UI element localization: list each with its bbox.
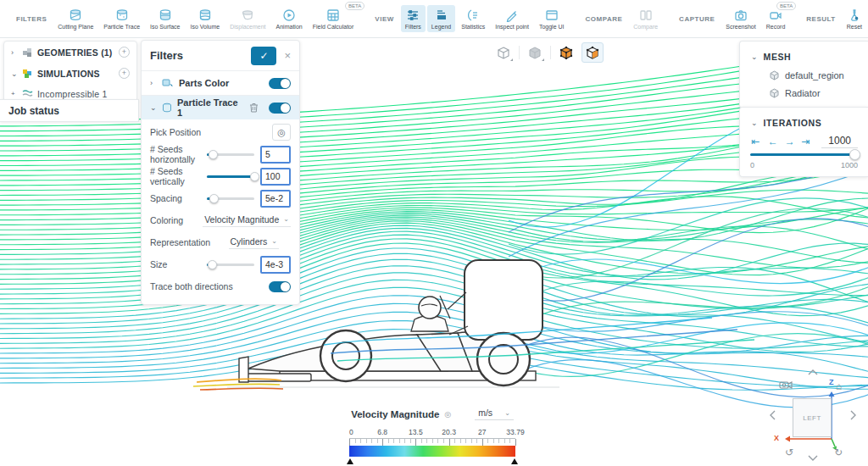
pick-position-button[interactable]: ◎	[272, 124, 291, 141]
toolbar-button-field-calculator[interactable]: BETAField Calculator	[309, 5, 359, 32]
representation-dropdown[interactable]: Cylinders ⌄	[229, 236, 279, 249]
size-slider[interactable]	[207, 264, 254, 266]
job-status-panel[interactable]: Job status	[0, 99, 139, 122]
close-icon[interactable]: ×	[284, 49, 291, 62]
first-iteration-button[interactable]: ⇤	[751, 136, 768, 147]
render-mode-translucent-button[interactable]	[581, 42, 604, 63]
render-mode-surface-button[interactable]	[524, 42, 546, 63]
seeds-horizontally-row: # Seeds horizontally 5	[150, 143, 291, 165]
seeds-vertically-label: # Seeds vertically	[150, 166, 207, 186]
iteration-value-input[interactable]: 1000	[821, 135, 858, 148]
tick-label: 6.8	[377, 428, 387, 436]
size-input[interactable]: 4e-3	[260, 256, 291, 274]
coloring-row: Coloring Velocity Magnitude ⌄	[150, 209, 291, 231]
chevron-down-icon[interactable]: ⌄	[11, 69, 18, 78]
toolbar-section-label: VIEW	[375, 15, 393, 23]
legend-title: Velocity Magnitude	[351, 409, 439, 419]
home-icon[interactable]: ⌂	[836, 380, 842, 392]
filter-row-parts-color[interactable]: › Parts Color	[142, 71, 299, 95]
color-legend: Velocity Magnitude ◎ m/s ⌄ 0 6.8 13.5 20…	[338, 408, 526, 465]
add-geometry-button[interactable]: +	[119, 47, 130, 58]
mesh-item-default-region[interactable]: default_region	[740, 66, 868, 84]
toolbar-button-cutting-plane[interactable]: Cutting Plane	[53, 5, 97, 32]
chevron-right-icon[interactable]: ›	[11, 48, 18, 57]
iterations-min-label: 0	[750, 161, 754, 169]
toolbar-button-label: Legend	[431, 24, 451, 30]
view-cube-face-label: LEFT	[803, 414, 821, 422]
trash-icon[interactable]	[249, 103, 259, 113]
last-iteration-button[interactable]: ⇥	[801, 136, 818, 147]
rotate-ccw-icon[interactable]: ↺	[785, 447, 793, 458]
toolbar-button-legend[interactable]: Legend	[427, 5, 455, 32]
toolbar-button-animation[interactable]: Animation	[272, 5, 307, 32]
spacing-input[interactable]: 5e-2	[260, 190, 291, 208]
toolbar-button-label: Inspect point	[495, 24, 529, 30]
toolbar-section-label: FILTERS	[16, 15, 47, 23]
job-status-label: Job status	[8, 105, 59, 117]
toolbar-section: VIEWFiltersLegendStatisticsInspect point…	[369, 5, 569, 32]
render-mode-surface-edges-button[interactable]	[555, 42, 577, 63]
sidebar-item-geometries[interactable]: › GEOMETRIES (1) +	[4, 42, 136, 63]
sidebar-item-simulations[interactable]: ⌄ SIMULATIONS +	[4, 63, 136, 84]
size-row: Size 4e-3	[150, 253, 291, 275]
previous-iteration-button[interactable]: ←	[768, 136, 785, 147]
toolbar-section: CAPTUREScreenshotBETARecord	[673, 5, 790, 32]
chevron-down-icon[interactable]: ⌄	[150, 103, 157, 112]
toolbar-button-label: Filters	[405, 24, 421, 30]
next-iteration-button[interactable]: →	[785, 136, 802, 147]
coloring-value: Velocity Magnitude	[204, 214, 279, 225]
simulations-label: SIMULATIONS	[37, 69, 114, 79]
apply-filters-button[interactable]: ✓	[251, 47, 276, 65]
filters-panel-title: Filters	[150, 49, 251, 62]
iterations-panel: ⌄ ITERATIONS ⇤ ← → ⇥ 1000 0 1000	[739, 107, 868, 177]
seeds-vertically-row: # Seeds vertically 100	[150, 165, 291, 187]
filter-row-particle-trace[interactable]: ⌄ Particle Trace 1	[142, 96, 299, 119]
unit-dropdown[interactable]: m/s ⌄	[475, 408, 514, 420]
iterations-header[interactable]: ⌄ ITERATIONS	[750, 114, 858, 132]
spacing-label: Spacing	[150, 193, 207, 203]
mesh-header[interactable]: ⌄ MESH	[740, 47, 868, 66]
toolbar-button-iso-volume[interactable]: Iso Volume	[186, 5, 225, 32]
z-axis-label: Z	[829, 378, 834, 386]
color-gradient-bar	[349, 446, 515, 457]
toolbar-button-label: Displacement	[230, 24, 265, 30]
parts-color-icon	[162, 78, 174, 88]
particle-trace-toggle[interactable]	[269, 103, 291, 114]
range-marker-min[interactable]	[347, 458, 353, 464]
mesh-item-radiator[interactable]: Radiator	[740, 84, 868, 102]
toolbar-button-statistics[interactable]: Statistics	[457, 5, 489, 32]
toolbar-button-compare[interactable]: Compare	[629, 5, 662, 32]
chevron-down-icon: ⌄	[504, 409, 510, 417]
toolbar-button-displacement[interactable]: Displacement	[225, 5, 270, 32]
info-icon[interactable]: ◎	[444, 410, 451, 419]
seeds-horizontally-input[interactable]: 5	[260, 146, 291, 164]
render-mode-wireframe-button[interactable]	[492, 42, 515, 63]
toolbar-button-label: Screenshot	[726, 24, 755, 30]
toolbar-button-inspect-point[interactable]: Inspect point	[491, 5, 533, 32]
toolbar-button-reset[interactable]: Reset	[843, 5, 866, 32]
toolbar-button-particle-trace[interactable]: Particle Trace	[99, 5, 144, 32]
seeds-vertically-slider[interactable]	[207, 175, 254, 178]
toolbar-button-screenshot[interactable]: Screenshot	[721, 5, 760, 32]
toolbar-button-toggle-ui[interactable]: Toggle UI	[535, 5, 569, 32]
toolbar-button-label: Record	[766, 24, 786, 30]
toolbar-button-label: Statistics	[461, 24, 485, 30]
seeds-vertically-input[interactable]: 100	[260, 168, 291, 186]
expand-icon[interactable]: +	[11, 90, 18, 97]
toolbar-button-iso-surface[interactable]: Iso Surface	[146, 5, 184, 32]
seeds-horizontally-slider[interactable]	[207, 153, 254, 156]
toolbar-section: RESULTResetDownload	[800, 5, 868, 32]
rotate-cw-icon[interactable]: ↻	[834, 447, 843, 458]
add-simulation-button[interactable]: +	[119, 68, 130, 79]
spacing-slider[interactable]	[207, 197, 254, 200]
chevron-down-icon: ⌄	[283, 215, 289, 223]
iterations-slider[interactable]	[750, 153, 859, 156]
chevron-right-icon[interactable]: ›	[150, 79, 157, 87]
parts-color-toggle[interactable]	[269, 78, 291, 89]
toolbar-button-record[interactable]: BETARecord	[762, 5, 790, 32]
toolbar-button-filters[interactable]: Filters	[401, 5, 426, 32]
trace-both-directions-toggle[interactable]	[269, 281, 291, 292]
coloring-dropdown[interactable]: Velocity Magnitude ⌄	[203, 214, 291, 227]
view-cube-face[interactable]: LEFT	[793, 398, 832, 437]
range-marker-max[interactable]	[511, 458, 518, 464]
